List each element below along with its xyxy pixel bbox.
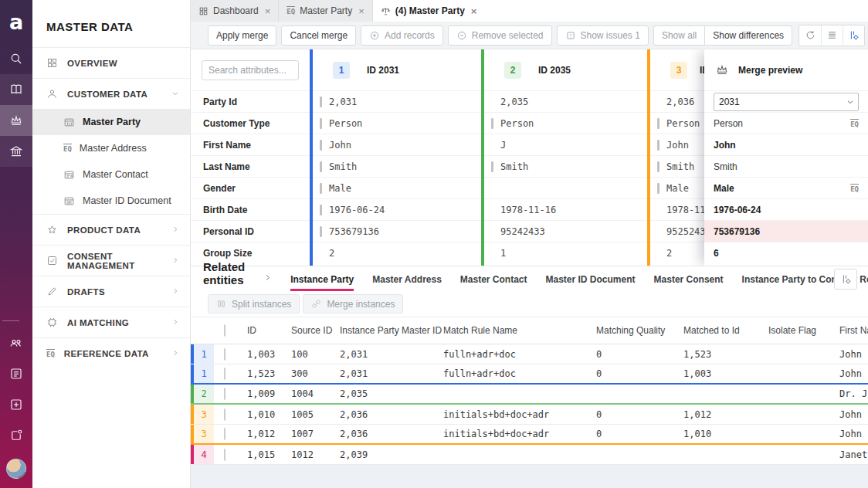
button-label: Merge instances [327, 299, 395, 310]
record-value[interactable]: Smith [484, 155, 647, 177]
preview-customer-type[interactable]: PersonEQ [704, 112, 868, 134]
table-row[interactable]: 1 1,523300 2,031fulln+adr+doc 01,003 Joh… [191, 364, 868, 385]
row-checkbox[interactable] [224, 408, 225, 421]
dq-center-button[interactable] [0, 136, 32, 167]
refresh-button[interactable] [799, 25, 821, 46]
sidebar-item-master-party[interactable]: Master Party [32, 109, 190, 135]
table-row[interactable]: 2 1,0091004 2,035 Dr. J [191, 385, 868, 405]
select-all-checkbox[interactable] [224, 324, 225, 337]
apply-merge-button[interactable]: Apply merge [208, 25, 276, 46]
preview-group-size[interactable]: 6 [704, 242, 868, 263]
show-differences-button[interactable]: Show differences [704, 25, 792, 46]
record-value[interactable]: Male [313, 177, 481, 198]
record-value[interactable]: 1978-11-16 [484, 198, 647, 220]
remove-selected-button[interactable]: Remove selected [448, 25, 552, 46]
col-header-matched-to-id[interactable]: Matched to Id [683, 325, 768, 336]
table-header-row: ID Source ID Instance Party Master ID Ma… [191, 317, 868, 344]
column-settings-button[interactable] [843, 25, 864, 46]
preview-gender[interactable]: MaleEQ [704, 177, 868, 198]
table-row[interactable]: 4 1,0151012 2,039 Janett [191, 445, 868, 465]
close-icon[interactable]: × [265, 5, 271, 17]
show-issues-button[interactable]: Show issues 1 [557, 25, 649, 46]
close-icon[interactable]: × [358, 5, 364, 17]
record-value[interactable]: 1976-06-24 [313, 198, 481, 220]
chevron-right-icon[interactable] [263, 273, 272, 291]
sidebar-item-product-data[interactable]: PRODUCT DATA [32, 214, 190, 245]
sidebar-item-drafts[interactable]: DRAFTS [32, 276, 190, 307]
row-checkbox[interactable] [224, 428, 225, 440]
table-row[interactable]: 3 1,0101005 2,036initials+bd+doc+adr 01,… [191, 405, 868, 425]
main-content: Dashboard × EQ Master Party × (4) Master… [191, 0, 868, 488]
preview-first-name[interactable]: John [704, 134, 868, 155]
record-value[interactable]: 1 [484, 242, 647, 263]
sidebar-item-overview[interactable]: OVERVIEW [32, 47, 190, 78]
col-header-matching-quality[interactable]: Matching Quality [596, 325, 683, 336]
tab-master-consent[interactable]: Master Consent [654, 274, 724, 291]
merge-instances-button[interactable]: Merge instances [303, 294, 403, 313]
record-value[interactable] [484, 177, 647, 198]
col-header-instance-party-master-id[interactable]: Instance Party Master ID [340, 325, 443, 336]
row-checkbox[interactable] [224, 368, 225, 380]
listing-button[interactable] [0, 358, 32, 389]
sidebar-item-customer-data[interactable]: CUSTOMER DATA [32, 78, 190, 109]
row-checkbox[interactable] [224, 388, 225, 400]
widgets-button[interactable] [0, 389, 32, 420]
record-value[interactable]: 2 [313, 242, 481, 263]
table-row[interactable]: 3 1,0121007 2,036initials+bd+doc+adr 01,… [191, 425, 868, 445]
related-column-settings-button[interactable] [834, 269, 857, 290]
row-checkbox[interactable] [224, 348, 225, 361]
sidebar-item-reference-data[interactable]: EQ REFERENCE DATA [32, 337, 190, 368]
col-header-isolate-flag[interactable]: Isolate Flag [768, 325, 839, 336]
eq-icon[interactable]: EQ [850, 119, 859, 128]
sidebar-item-master-id-document[interactable]: Master ID Document [32, 188, 190, 214]
col-header-first-name[interactable]: First Name [839, 325, 868, 336]
row-checkbox[interactable] [224, 449, 225, 461]
search-attributes-input[interactable] [202, 60, 299, 80]
sidebar-item-master-address[interactable]: EQ Master Address [32, 135, 190, 161]
record-value[interactable]: 95242433 [484, 220, 647, 242]
split-instances-button[interactable]: Split instances [208, 294, 300, 313]
toolbar-icon-group [798, 25, 865, 46]
col-header-match-rule-name[interactable]: Match Rule Name [443, 325, 596, 336]
cancel-merge-button[interactable]: Cancel merge [281, 25, 356, 46]
user-groups-button[interactable] [0, 327, 32, 358]
sidebar-item-ai-matching[interactable]: AI MATCHING [32, 307, 190, 337]
preview-personal-id[interactable]: 753679136 [704, 220, 868, 242]
search-icon [9, 52, 23, 66]
button-label: Cancel merge [290, 30, 348, 41]
record-value[interactable]: J [484, 134, 647, 155]
party-id-select[interactable]: 2031 [714, 93, 859, 111]
row-density-button[interactable] [821, 25, 843, 46]
tab-master-id-document[interactable]: Master ID Document [546, 274, 636, 291]
tab-master-address[interactable]: Master Address [372, 274, 442, 291]
record-value[interactable]: 753679136 [313, 220, 481, 242]
show-all-button[interactable]: Show all [653, 25, 704, 46]
record-value[interactable]: Person [313, 112, 481, 134]
mdm-button[interactable] [0, 105, 32, 136]
eq-icon[interactable]: EQ [850, 184, 859, 193]
record-value[interactable]: Person [484, 112, 647, 134]
menu-lines-icon [826, 29, 838, 41]
table-row[interactable]: 1 1,003100 2,031fulln+adr+doc 01,523 Joh… [191, 344, 868, 364]
preview-last-name[interactable]: Smith [704, 155, 868, 177]
knowledge-catalog-button[interactable] [0, 74, 32, 105]
tab-master-contact[interactable]: Master Contact [460, 274, 527, 291]
tab-instance-party[interactable]: Instance Party [290, 274, 354, 291]
tab-merge-master-party[interactable]: (4) Master Party × [373, 0, 485, 22]
user-avatar[interactable] [6, 459, 26, 479]
sidebar-item-consent-management[interactable]: CONSENT MANAGEMENT [32, 245, 190, 276]
record-value[interactable]: 2,031 [313, 90, 481, 112]
col-header-source-id[interactable]: Source ID [291, 325, 340, 336]
record-value[interactable]: Smith [313, 155, 481, 177]
search-icon-button[interactable] [0, 43, 32, 74]
tab-master-party[interactable]: EQ Master Party × [279, 0, 372, 22]
col-header-id[interactable]: ID [247, 325, 291, 336]
add-records-button[interactable]: Add records [361, 25, 443, 46]
sidebar-item-master-contact[interactable]: Master Contact [32, 161, 190, 188]
preview-birth-date[interactable]: 1976-06-24 [704, 198, 868, 220]
record-value[interactable]: 2,035 [484, 90, 647, 112]
record-value[interactable]: John [313, 134, 481, 155]
notifications-button[interactable] [0, 420, 32, 451]
close-icon[interactable]: × [471, 5, 477, 17]
tab-dashboard[interactable]: Dashboard × [191, 0, 279, 22]
